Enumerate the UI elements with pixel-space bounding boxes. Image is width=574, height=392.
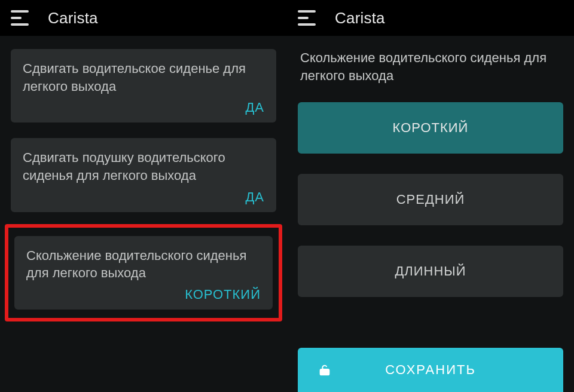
- option-short[interactable]: КОРОТКИЙ: [298, 102, 563, 154]
- setting-label: Скольжение водительского сиденья для лег…: [26, 247, 261, 282]
- screenshot-pair: Carista Сдвигать водительское сиденье дл…: [0, 0, 574, 392]
- option-picker: Скольжение водительского сиденья для лег…: [287, 36, 574, 392]
- app-title: Carista: [48, 9, 98, 27]
- setting-value: ДА: [23, 100, 264, 115]
- setting-label: Сдвигать подушку водительского сиденья д…: [23, 149, 264, 184]
- option-label: СРЕДНИЙ: [396, 192, 465, 207]
- svg-rect-0: [320, 369, 329, 375]
- phone-screen-settings-list: Carista Сдвигать водительское сиденье дл…: [0, 0, 287, 392]
- save-button[interactable]: СОХРАНИТЬ: [298, 348, 563, 392]
- setting-row-cushion-move[interactable]: Сдвигать подушку водительского сиденья д…: [11, 138, 276, 212]
- app-header: Carista: [0, 0, 287, 36]
- menu-icon[interactable]: [298, 7, 319, 29]
- option-long[interactable]: ДЛИННЫЙ: [298, 246, 563, 297]
- unlock-icon: [318, 363, 331, 376]
- setting-row-seat-move[interactable]: Сдвигать водительское сиденье для легког…: [11, 49, 276, 122]
- option-medium[interactable]: СРЕДНИЙ: [298, 174, 563, 225]
- settings-list: Сдвигать водительское сиденье для легког…: [0, 36, 287, 392]
- app-title: Carista: [335, 9, 385, 27]
- save-button-label: СОХРАНИТЬ: [385, 362, 476, 378]
- setting-label: Сдвигать водительское сиденье для легког…: [23, 60, 264, 95]
- app-header: Carista: [287, 0, 574, 36]
- menu-icon[interactable]: [11, 7, 32, 29]
- phone-screen-option-picker: Carista Скольжение водительского сиденья…: [287, 0, 574, 392]
- setting-row-seat-slide[interactable]: Скольжение водительского сиденья для лег…: [14, 236, 273, 310]
- picker-title: Скольжение водительского сиденья для лег…: [298, 49, 563, 84]
- option-label: ДЛИННЫЙ: [395, 264, 466, 279]
- option-label: КОРОТКИЙ: [393, 120, 469, 136]
- setting-value: КОРОТКИЙ: [26, 287, 261, 302]
- highlight-frame: Скольжение водительского сиденья для лег…: [5, 224, 282, 321]
- setting-value: ДА: [23, 189, 264, 205]
